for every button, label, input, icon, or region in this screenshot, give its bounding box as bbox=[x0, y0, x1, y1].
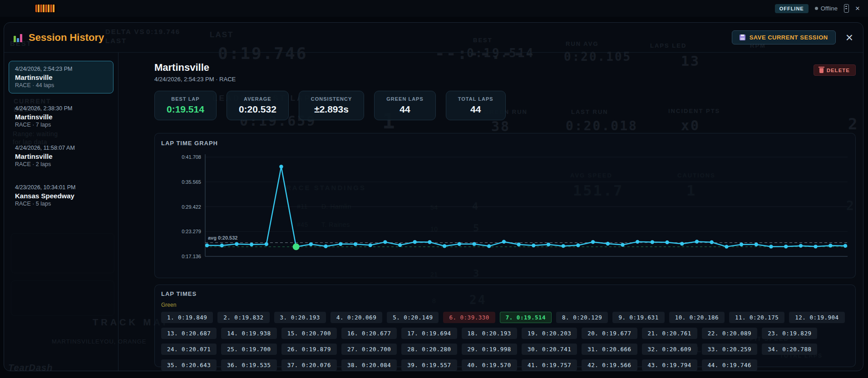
lap-chip: 35. 0:20.643 bbox=[161, 359, 217, 371]
lap-chip: 10. 0:20.186 bbox=[669, 312, 725, 323]
track-title: Martinsville bbox=[154, 62, 236, 74]
modal-close-icon[interactable]: × bbox=[846, 31, 853, 44]
flag-group-label: Green bbox=[161, 302, 849, 308]
trash-icon bbox=[819, 68, 824, 73]
connection-status-badge: OFFLINE bbox=[775, 4, 809, 13]
lap-chip: 11. 0:20.175 bbox=[729, 312, 784, 323]
session-item[interactable]: 4/24/2026, 11:58:07 AMMartinsvilleRACE ·… bbox=[9, 140, 113, 172]
lap-chip: 23. 0:19.829 bbox=[762, 328, 817, 339]
session-meta: RACE · 2 laps bbox=[15, 161, 107, 167]
session-datetime: 4/24/2026, 2:54:23 PM bbox=[15, 66, 107, 72]
lap-chip: 38. 0:20.084 bbox=[341, 359, 397, 371]
stat-label: CONSISTENCY bbox=[311, 96, 352, 102]
lap-chip: 32. 0:20.609 bbox=[642, 344, 697, 355]
session-history-modal: Session History SAVE CURRENT SESSION × 4… bbox=[4, 22, 863, 371]
lap-chip: 30. 0:20.741 bbox=[522, 344, 577, 355]
stat-card: GREEN LAPS44 bbox=[374, 91, 436, 120]
session-track: Martinsville bbox=[15, 113, 107, 121]
lap-chip: 7. 0:19.514 bbox=[500, 312, 552, 323]
session-meta: RACE · 7 laps bbox=[15, 122, 107, 128]
stat-value: 0:19.514 bbox=[167, 104, 204, 115]
lap-chip: 43. 0:19.794 bbox=[642, 359, 697, 371]
stat-value: 44 bbox=[458, 104, 493, 115]
session-item[interactable]: 4/24/2026, 2:38:30 PMMartinsvilleRACE · … bbox=[9, 100, 113, 133]
lap-chip: 18. 0:20.193 bbox=[462, 328, 517, 339]
lap-chip: 31. 0:20.666 bbox=[582, 344, 637, 355]
svg-text:0:17.136: 0:17.136 bbox=[182, 254, 201, 259]
session-meta: RACE · 5 laps bbox=[15, 201, 107, 207]
modal-title: Session History bbox=[29, 32, 104, 44]
lap-chip: 22. 0:20.089 bbox=[702, 328, 757, 339]
session-track: Martinsville bbox=[15, 152, 107, 160]
lap-chip: 42. 0:19.566 bbox=[582, 359, 637, 371]
lap-chip: 6. 0:39.330 bbox=[443, 312, 495, 323]
lap-chip: 1. 0:19.849 bbox=[161, 312, 213, 323]
stat-value: ±2.893s bbox=[311, 104, 352, 115]
stat-label: GREEN LAPS bbox=[386, 96, 424, 102]
stat-value: 44 bbox=[386, 104, 424, 115]
lap-chip: 3. 0:20.193 bbox=[274, 312, 326, 323]
lap-chip: 27. 0:20.700 bbox=[341, 344, 397, 355]
delete-session-button[interactable]: DELETE bbox=[814, 64, 856, 76]
svg-text:0:41.708: 0:41.708 bbox=[182, 154, 201, 160]
floppy-disk-icon bbox=[740, 34, 745, 40]
session-datetime: 4/23/2026, 10:34:01 PM bbox=[15, 184, 107, 191]
lap-times-title: LAP TIMES bbox=[161, 290, 849, 297]
lap-chip: 41. 0:19.757 bbox=[522, 359, 577, 371]
stat-label: BEST LAP bbox=[167, 96, 204, 102]
session-track: Martinsville bbox=[15, 74, 107, 81]
offline-status-label: Offline bbox=[821, 5, 838, 12]
session-detail: Martinsville 4/24/2026, 2:54:23 PM · RAC… bbox=[118, 53, 863, 371]
lap-chip: 4. 0:20.069 bbox=[330, 312, 382, 323]
lap-chip: 14. 0:19.938 bbox=[221, 328, 276, 339]
stat-card: BEST LAP0:19.514 bbox=[154, 91, 217, 120]
lap-chip: 40. 0:19.570 bbox=[462, 359, 517, 371]
offline-dot-icon bbox=[815, 7, 818, 10]
lap-chip: 20. 0:19.677 bbox=[582, 328, 637, 339]
lap-chip: 17. 0:19.694 bbox=[401, 328, 457, 339]
lap-time-chart: 0:41.7080:35.5650:29.4220:23.2790:17.136… bbox=[161, 151, 849, 271]
save-current-session-button[interactable]: SAVE CURRENT SESSION bbox=[732, 30, 836, 44]
stat-card: TOTAL LAPS44 bbox=[446, 91, 506, 120]
session-item[interactable]: 4/24/2026, 2:54:23 PMMartinsvilleRACE · … bbox=[9, 61, 113, 93]
lap-chip: 21. 0:20.761 bbox=[642, 328, 697, 339]
stat-card: AVERAGE0:20.532 bbox=[227, 91, 289, 120]
lap-chip: 25. 0:19.700 bbox=[221, 344, 276, 355]
session-meta: RACE · 44 laps bbox=[15, 82, 107, 88]
topbar: OFFLINE Offline × bbox=[0, 0, 868, 17]
lap-chip: 5. 0:20.149 bbox=[387, 312, 439, 323]
session-subtitle: 4/24/2026, 2:54:23 PM · RACE bbox=[154, 76, 236, 83]
save-button-label: SAVE CURRENT SESSION bbox=[750, 34, 828, 41]
device-icon[interactable] bbox=[844, 4, 849, 13]
lap-chip: 16. 0:20.677 bbox=[341, 328, 397, 339]
app-logo-icon bbox=[35, 5, 55, 12]
stat-label: AVERAGE bbox=[239, 96, 276, 102]
lap-chip: 24. 0:20.071 bbox=[161, 344, 217, 355]
session-datetime: 4/24/2026, 11:58:07 AM bbox=[15, 145, 107, 151]
lap-chip: 15. 0:20.700 bbox=[281, 328, 337, 339]
lap-chip: 12. 0:19.904 bbox=[789, 312, 844, 323]
offline-status: Offline bbox=[815, 5, 838, 12]
svg-text:0:29.422: 0:29.422 bbox=[182, 204, 201, 210]
lap-chip: 36. 0:19.535 bbox=[221, 359, 276, 371]
stat-label: TOTAL LAPS bbox=[458, 96, 493, 102]
lap-chip: 13. 0:20.687 bbox=[161, 328, 217, 339]
session-stats: BEST LAP0:19.514AVERAGE0:20.532CONSISTEN… bbox=[154, 91, 856, 120]
lap-chip: 29. 0:19.998 bbox=[462, 344, 517, 355]
session-item[interactable]: 4/23/2026, 10:34:01 PMKansas SpeedwayRAC… bbox=[9, 179, 113, 212]
chart-title: LAP TIME GRAPH bbox=[161, 140, 849, 147]
lap-times-panel: LAP TIMES Green 1. 0:19.8492. 0:19.8323.… bbox=[154, 285, 856, 367]
lap-chip: 37. 0:20.076 bbox=[281, 359, 337, 371]
lap-chip: 2. 0:19.832 bbox=[217, 312, 269, 323]
session-track: Kansas Speedway bbox=[15, 192, 107, 200]
lap-chip: 33. 0:20.259 bbox=[702, 344, 757, 355]
session-list: 4/24/2026, 2:54:23 PMMartinsvilleRACE · … bbox=[4, 53, 118, 371]
stat-value: 0:20.532 bbox=[239, 104, 276, 115]
session-datetime: 4/24/2026, 2:38:30 PM bbox=[15, 105, 107, 112]
window-close-icon[interactable]: × bbox=[855, 5, 860, 12]
lap-chip: 19. 0:20.203 bbox=[522, 328, 577, 339]
svg-text:0:23.279: 0:23.279 bbox=[182, 229, 201, 234]
lap-chip: 39. 0:19.557 bbox=[401, 359, 457, 371]
modal-header: Session History SAVE CURRENT SESSION × bbox=[4, 23, 863, 53]
lap-chip: 28. 0:20.280 bbox=[401, 344, 457, 355]
